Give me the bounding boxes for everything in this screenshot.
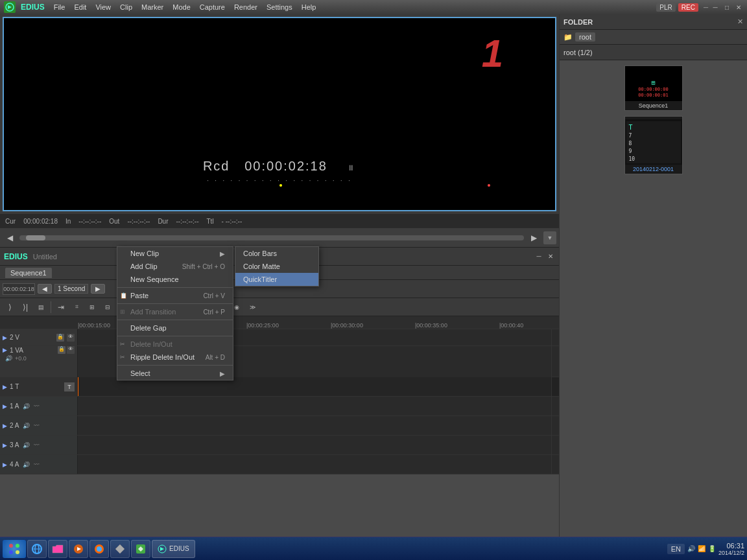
- tb-btn-5[interactable]: ⌗: [69, 300, 84, 314]
- track-2v-scrollbar: [551, 329, 559, 345]
- tb-btn-14[interactable]: ⊠: [214, 300, 228, 314]
- taskbar-volume-icon: 🔊: [687, 545, 695, 552]
- track-2v-content: [78, 329, 551, 345]
- track-1t-content: [78, 377, 551, 396]
- taskbar: EDIUS EN 🔊 📶 🔋 06:31 2014/12/2: [0, 537, 747, 560]
- taskbar-ie[interactable]: [27, 540, 47, 558]
- track-1va: ▶ 1 VA 🔒 👁 🔊 +0.0: [0, 346, 559, 377]
- track-2v-lock[interactable]: 🔒: [56, 334, 64, 342]
- track-4a-content: [78, 455, 551, 474]
- taskbar-media[interactable]: [69, 540, 88, 558]
- tb-btn-1[interactable]: ⟩: [3, 300, 17, 314]
- track-1va-eye[interactable]: 👁: [67, 346, 75, 354]
- taskbar-time: 06:31 2014/12/2: [718, 542, 744, 556]
- tb-btn-6[interactable]: ⊞: [85, 300, 99, 314]
- tb-btn-2[interactable]: ⟩|: [18, 300, 32, 314]
- scale-btn[interactable]: ◀: [38, 284, 52, 294]
- tb-btn-15[interactable]: ◉: [230, 300, 244, 314]
- sequence-tab[interactable]: Sequence1: [5, 268, 52, 278]
- toolbar-row2: ⟩ ⟩| ▤ ⇥ ⌗ ⊞ ⊟ ≡ T 🎤 ⊡ ⊞ ⊟ ⊠ ◉ ≫: [0, 298, 559, 316]
- tb-btn-3[interactable]: ▤: [34, 300, 48, 314]
- menu-capture[interactable]: Capture: [196, 3, 229, 12]
- track-2a-label: ▶ 2 A 🔊 〰: [0, 416, 78, 435]
- taskbar-edius-app[interactable]: EDIUS: [152, 540, 195, 558]
- out-label: Out: [109, 218, 119, 225]
- menu-mode[interactable]: Mode: [169, 3, 195, 12]
- scale-btn2[interactable]: ▶: [91, 284, 105, 294]
- tb-btn-13[interactable]: ⊟: [198, 300, 213, 314]
- menu-file[interactable]: File: [50, 3, 69, 12]
- ruler-mark-0: |00:00:15:00: [78, 322, 110, 329]
- track-2v-eye[interactable]: 👁: [67, 334, 75, 342]
- menu-marker[interactable]: Marker: [137, 3, 167, 12]
- menu-view[interactable]: View: [91, 3, 115, 12]
- track-1va-label: ▶ 1 VA 🔒 👁 🔊 +0.0: [0, 346, 78, 377]
- menu-clip[interactable]: Clip: [116, 3, 136, 12]
- taskbar-folder[interactable]: [48, 540, 67, 558]
- scroll-left-btn[interactable]: ◀: [3, 231, 17, 245]
- track-4a: ▶ 4 A 🔊 〰: [0, 455, 559, 474]
- edius-brand2: EDIUS: [4, 252, 28, 261]
- tb-btn-12[interactable]: ⊞: [183, 300, 197, 314]
- tb-btn-4[interactable]: ⇥: [54, 300, 68, 314]
- tb-btn-7[interactable]: ⊟: [101, 300, 115, 314]
- tb-btn-8[interactable]: ≡: [116, 300, 130, 314]
- menu-edit[interactable]: Edit: [70, 3, 90, 12]
- clip-sequence1[interactable]: ⊞ 00:00:00:0000:00:00:01 Sequence1: [624, 65, 683, 111]
- playhead-1t: [78, 377, 78, 396]
- taskbar-network-icon: 📶: [698, 545, 706, 552]
- taskbar-arrow[interactable]: [110, 540, 130, 558]
- tb-btn-16[interactable]: ≫: [245, 300, 259, 314]
- track-4a-label: ▶ 4 A 🔊 〰: [0, 455, 78, 474]
- panel-minimize-btn[interactable]: ─: [534, 252, 543, 261]
- timeline-ruler: |00:00:15:00 |00:00:20:00 |00:00:25:00 |…: [0, 316, 559, 329]
- folder-icon: 📁: [563, 33, 573, 41]
- track-2a-scrollbar: [551, 416, 559, 435]
- svg-point-4: [16, 550, 19, 554]
- main-layout: 1 Rcd 00:00:02:18 ⏸ · · · · · · · · · · …: [0, 14, 747, 560]
- app-brand: EDIUS: [21, 3, 45, 12]
- track-3a: ▶ 3 A 🔊 〰: [0, 436, 559, 455]
- track-3a-scrollbar: [551, 436, 559, 454]
- track-1va-id: 1 VA: [10, 347, 23, 354]
- taskbar-firefox[interactable]: [89, 540, 109, 558]
- tb-btn-9[interactable]: T: [136, 300, 150, 314]
- bin-content: ⊞ 00:00:00:0000:00:00:01 Sequence1 T: [560, 60, 747, 546]
- menu-settings[interactable]: Settings: [263, 3, 296, 12]
- folder-title: FOLDER: [563, 18, 593, 26]
- sequence-header: Sequence1: [0, 266, 559, 280]
- menu-render[interactable]: Render: [230, 3, 261, 12]
- track-1t-scrollbar: [551, 377, 559, 396]
- panel-close-btn[interactable]: ✕: [546, 252, 555, 261]
- clip-sequence1-tc: 00:00:00:0000:00:00:01: [625, 87, 682, 99]
- track-2a-content: [78, 416, 551, 435]
- start-button[interactable]: [3, 540, 26, 558]
- folder-close-btn[interactable]: ✕: [737, 18, 743, 26]
- menu-help[interactable]: Help: [298, 3, 320, 12]
- tb-btn-10[interactable]: 🎤: [152, 300, 166, 314]
- track-1va-vol: +0.0: [15, 355, 27, 362]
- track-1va-lock[interactable]: 🔒: [58, 346, 65, 354]
- clip-20140212[interactable]: T 78910── ─+─+─ 20140212-0001: [624, 116, 683, 174]
- scroll-right-btn[interactable]: ▶: [527, 231, 541, 245]
- preview-number: 1: [482, 31, 503, 76]
- maximize-button[interactable]: □: [722, 3, 731, 12]
- svg-point-3: [9, 550, 13, 554]
- rcd-label: Rcd: [203, 159, 230, 173]
- track-1t-id: 1 T: [10, 383, 19, 390]
- track-1a-scrollbar: [551, 397, 559, 415]
- bin-header: root (1/2): [560, 45, 747, 60]
- svg-marker-12: [115, 544, 124, 554]
- track-3a-id: 3 A: [10, 441, 19, 449]
- taskbar-green-app[interactable]: [131, 540, 150, 558]
- minimize-button[interactable]: ─: [711, 3, 720, 12]
- folder-root[interactable]: root: [575, 32, 595, 41]
- title-bar: EDIUS File Edit View Clip Marker Mode Ca…: [0, 0, 747, 14]
- close-button[interactable]: ✕: [734, 3, 743, 12]
- dur-time: --:--:--:--: [176, 218, 199, 225]
- track-3a-content: [78, 436, 551, 454]
- tb-btn-11[interactable]: ⊡: [167, 300, 182, 314]
- ruler-mark-2: |00:00:25:00: [246, 322, 279, 329]
- edius-untitled: Untitled: [33, 253, 57, 261]
- edius-toolbar: EDIUS Untitled ─ ✕: [0, 248, 559, 266]
